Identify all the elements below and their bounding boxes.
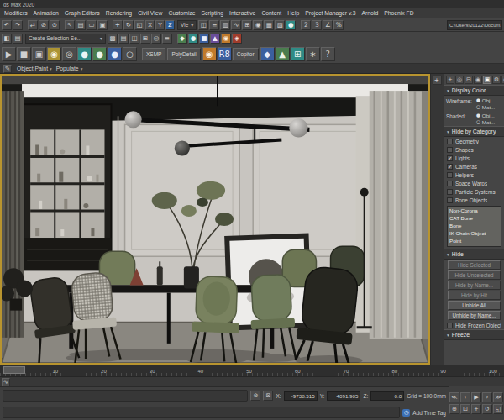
checkbox[interactable] xyxy=(447,139,453,144)
axis-x-button[interactable]: X xyxy=(145,20,155,30)
stop-script-icon[interactable]: ■ xyxy=(17,47,31,61)
scene-explorer-icon[interactable]: ▥ xyxy=(220,20,230,30)
tab-display-icon[interactable]: ▣ xyxy=(483,76,491,84)
track-bar[interactable]: ∿ xyxy=(0,376,504,386)
plugin-red-icon[interactable]: ◈ xyxy=(232,34,242,44)
sphere-wire-icon[interactable]: ○ xyxy=(123,47,137,61)
pencil-icon[interactable]: ✎ xyxy=(3,65,12,73)
selection-set-dropdown[interactable]: Create Selection Se... ▾ xyxy=(25,34,106,44)
snap-toggle-3d-icon[interactable]: 3 xyxy=(312,20,322,30)
menu-animation[interactable]: Animation xyxy=(34,10,59,16)
teapot-iterative-icon[interactable]: ● xyxy=(92,47,107,61)
reference-coordinate-dropdown[interactable]: Vie ▾ xyxy=(177,20,197,30)
plugin-blue-icon[interactable]: ■ xyxy=(199,34,209,44)
multiscatter-icon[interactable]: ∗ xyxy=(306,47,320,61)
checkbox[interactable] xyxy=(447,323,453,328)
named-selection-sets-icon[interactable]: ◧ xyxy=(2,34,12,44)
category-lights[interactable]: ✓Lights xyxy=(444,154,504,162)
hide-unselected-button[interactable]: Hide Unselected xyxy=(448,270,501,280)
viewport-scene[interactable] xyxy=(2,76,428,363)
radio-wireframe-material-color[interactable]: ○ Mat... xyxy=(476,103,495,110)
hide-frozen-objects[interactable]: Hide Frozen Objects xyxy=(444,321,504,329)
light-lister-icon[interactable]: ◉ xyxy=(47,47,61,61)
xsmp-button[interactable]: XSMP xyxy=(142,48,165,60)
select-object-icon[interactable]: ↖ xyxy=(65,20,75,30)
copitor-button[interactable]: Copitor xyxy=(233,48,259,60)
r8-icon[interactable]: R8 xyxy=(218,47,232,61)
menu-customize[interactable]: Customize xyxy=(168,10,195,16)
checkbox[interactable] xyxy=(447,181,453,186)
x-coordinate-field[interactable]: -9738.515 xyxy=(284,391,318,401)
scene-states-icon[interactable]: ▣ xyxy=(32,47,46,61)
vray-icon[interactable]: ◆ xyxy=(260,47,275,61)
snap-toggle-2d-icon[interactable]: 2 xyxy=(301,20,311,30)
angle-snap-icon[interactable]: ∠ xyxy=(323,20,333,30)
menu-graph-editors[interactable]: Graph Editors xyxy=(65,10,100,16)
next-frame-icon[interactable]: › xyxy=(482,392,492,402)
menu-scripting[interactable]: Scripting xyxy=(202,10,223,16)
rectangular-selection-icon[interactable]: ▭ xyxy=(87,20,97,30)
play-animation-icon[interactable]: ▶ xyxy=(471,392,481,402)
plugin-green-icon[interactable]: ◆ xyxy=(177,34,187,44)
select-and-link-icon[interactable]: ⇄ xyxy=(28,20,38,30)
menu-civil-view[interactable]: Civil View xyxy=(138,10,162,16)
zoom-icon[interactable]: ⊕ xyxy=(449,404,459,414)
mirror-icon[interactable]: ◫ xyxy=(198,20,208,30)
tab-hierarchy-icon[interactable]: ⊟ xyxy=(465,76,473,84)
checkbox[interactable] xyxy=(447,197,453,203)
help-icon[interactable]: ? xyxy=(321,47,335,61)
category-shapes[interactable]: Shapes xyxy=(444,145,504,154)
go-to-start-icon[interactable]: ≪ xyxy=(449,392,459,402)
rollout-hide-by-category[interactable]: ▾ Hide by Category xyxy=(444,126,504,137)
array-tool-icon[interactable]: ⊞ xyxy=(140,34,150,44)
percent-snap-icon[interactable]: % xyxy=(333,20,344,30)
rollout-freeze[interactable]: ▾ Freeze xyxy=(444,329,504,340)
select-and-rotate-icon[interactable]: ↻ xyxy=(123,20,134,30)
checkbox[interactable]: ✓ xyxy=(447,164,453,170)
redo-icon[interactable]: ↷ xyxy=(13,20,23,30)
category-list[interactable]: Non-Corona CAT Bone Bone IK Chain Object… xyxy=(447,206,501,247)
rendered-frame-icon[interactable]: ▨ xyxy=(275,20,285,30)
layer-manager-icon[interactable]: ▤ xyxy=(118,34,129,44)
category-list-item[interactable]: CAT Bone xyxy=(448,214,501,222)
tab-create-icon[interactable]: + xyxy=(446,76,454,84)
tab-object-paint[interactable]: Object Paint ▾ xyxy=(17,66,52,71)
curve-editor-icon[interactable]: ∿ xyxy=(231,20,241,30)
menu-arnold[interactable]: Arnold xyxy=(362,10,379,16)
rollout-display-color[interactable]: ▾ Display Color xyxy=(444,85,504,96)
checkbox[interactable] xyxy=(447,172,453,178)
time-ruler[interactable]: 0 10 20 30 40 50 60 70 80 90 100 xyxy=(0,365,504,376)
checkbox[interactable]: ✓ xyxy=(447,155,453,161)
unlink-selection-icon[interactable]: ⊘ xyxy=(39,20,49,30)
checkbox[interactable] xyxy=(447,147,453,153)
checkbox[interactable] xyxy=(447,189,453,195)
menu-project-manager[interactable]: Project Manager v.3 xyxy=(305,10,355,16)
material-editor-icon[interactable]: ◉ xyxy=(253,20,263,30)
category-bone-objects[interactable]: Bone Objects xyxy=(444,196,504,204)
tab-utilities-icon[interactable]: ⚙ xyxy=(492,76,501,84)
category-particle-systems[interactable]: Particle Systems xyxy=(444,187,504,196)
category-list-item[interactable]: IK Chain Object xyxy=(448,229,501,237)
polydetail-button[interactable]: PolyDetail xyxy=(167,48,200,60)
maximize-viewport-icon[interactable]: ◱ xyxy=(493,404,503,414)
menu-content[interactable]: Content xyxy=(261,10,281,16)
zoom-extents-icon[interactable]: ⊡ xyxy=(460,404,470,414)
orbit-icon[interactable]: ↺ xyxy=(482,404,492,414)
render-production-icon[interactable]: ● xyxy=(286,20,296,30)
perspective-viewport[interactable] xyxy=(0,74,430,365)
unhide-by-name-button[interactable]: Unhide by Name... xyxy=(448,311,501,320)
menu-phoenix-fd[interactable]: Phoenix FD xyxy=(384,10,414,16)
previous-frame-icon[interactable]: ‹ xyxy=(460,392,470,402)
axis-z-button[interactable]: Z xyxy=(165,20,175,30)
railclone-icon[interactable]: ⊞ xyxy=(291,47,305,61)
hide-by-hit-button[interactable]: Hide by Hit xyxy=(448,291,501,300)
select-and-move-icon[interactable]: + xyxy=(113,20,123,30)
measure-icon[interactable]: ≡ xyxy=(162,34,172,44)
tab-populate[interactable]: Populate ▾ xyxy=(56,66,83,71)
tab-motion-icon[interactable]: ◉ xyxy=(474,76,482,84)
align-icon[interactable]: ≡ xyxy=(209,20,219,30)
rollout-hide[interactable]: ▾ Hide xyxy=(444,249,504,260)
y-coordinate-field[interactable]: 4091.905 xyxy=(327,391,360,401)
pan-icon[interactable]: + xyxy=(471,404,481,414)
select-by-name-icon[interactable]: ▤ xyxy=(76,20,86,30)
